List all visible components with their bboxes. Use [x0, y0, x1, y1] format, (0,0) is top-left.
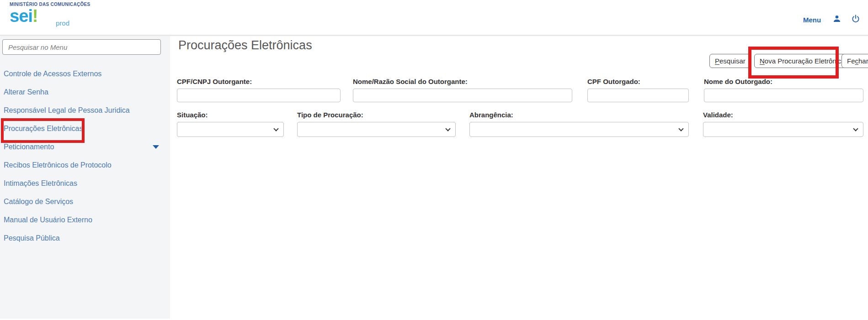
validade-select-wrap: [703, 122, 863, 137]
tipo-procuracao-label: Tipo de Procuração:: [297, 111, 363, 119]
abrangencia-select[interactable]: [469, 122, 689, 137]
sei-logo-exclamation: !: [32, 6, 38, 26]
tipo-procuracao-select[interactable]: [297, 122, 456, 137]
sei-logo-text: sei: [10, 6, 32, 26]
nova-procuracao-eletronica-button[interactable]: Nova Procuração Eletrônica: [754, 54, 851, 68]
chevron-down-icon[interactable]: [153, 145, 159, 149]
validade-label: Validade:: [703, 111, 733, 119]
situacao-label: Situação:: [177, 111, 208, 119]
cpf-outorgado-input[interactable]: [587, 89, 689, 102]
validade-select[interactable]: [703, 122, 863, 137]
nome-razao-social-outorgante-label: Nome/Razão Social do Outorgante:: [353, 78, 468, 85]
sidebar-item-intimacoes-eletronicas[interactable]: Intimações Eletrônicas: [0, 174, 170, 193]
sidebar-item-manual-usuario-externo[interactable]: Manual de Usuário Externo: [0, 211, 170, 229]
nome-outorgado-input[interactable]: [704, 89, 863, 102]
abrangencia-label: Abrangência:: [469, 111, 513, 119]
pesquisar-button[interactable]: Pesquisar: [709, 54, 751, 68]
cpf-outorgado-label: CPF Outorgado:: [587, 78, 640, 85]
sidebar-item-pesquisa-publica[interactable]: Pesquisa Pública: [0, 229, 170, 247]
fechar-button[interactable]: Fechar: [841, 54, 868, 68]
user-icon[interactable]: [832, 14, 841, 23]
sidebar-item-procuracoes-eletronicas[interactable]: Procurações Eletrônicas: [0, 120, 170, 138]
menu-search-input[interactable]: [2, 39, 161, 55]
menu-link[interactable]: Menu: [803, 16, 821, 24]
sidebar: Controle de Acessos Externos Alterar Sen…: [0, 36, 170, 319]
situacao-select-wrap: [177, 122, 284, 137]
sidebar-item-catalogo-servicos[interactable]: Catálogo de Serviços: [0, 193, 170, 211]
tipo-procuracao-select-wrap: [297, 122, 456, 137]
environment-label: prod: [56, 19, 69, 27]
power-icon[interactable]: [851, 14, 860, 23]
sidebar-menu: Controle de Acessos Externos Alterar Sen…: [0, 65, 170, 247]
cpf-cnpj-outorgante-input[interactable]: [177, 89, 341, 102]
sidebar-item-peticionamento[interactable]: Peticionamento: [0, 138, 170, 156]
situacao-select[interactable]: [177, 122, 284, 137]
sidebar-item-controle-acessos-externos[interactable]: Controle de Acessos Externos: [0, 65, 170, 83]
cpf-cnpj-outorgante-label: CPF/CNPJ Outorgante:: [177, 78, 252, 85]
nome-outorgado-label: Nome do Outorgado:: [704, 78, 772, 85]
abrangencia-select-wrap: [469, 122, 689, 137]
page-title: Procurações Eletrônicas: [178, 38, 312, 52]
sidebar-item-recibos-eletronicos[interactable]: Recibos Eletrônicos de Protocolo: [0, 156, 170, 174]
sei-logo: sei!: [10, 6, 37, 26]
nome-razao-social-outorgante-input[interactable]: [353, 89, 572, 102]
sidebar-item-alterar-senha[interactable]: Alterar Senha: [0, 83, 170, 101]
header: MINISTÉRIO DAS COMUNICAÇÕES sei! prod Me…: [0, 0, 868, 36]
sidebar-item-responsavel-legal[interactable]: Responsável Legal de Pessoa Juridica: [0, 101, 170, 120]
page: MINISTÉRIO DAS COMUNICAÇÕES sei! prod Me…: [0, 0, 868, 320]
